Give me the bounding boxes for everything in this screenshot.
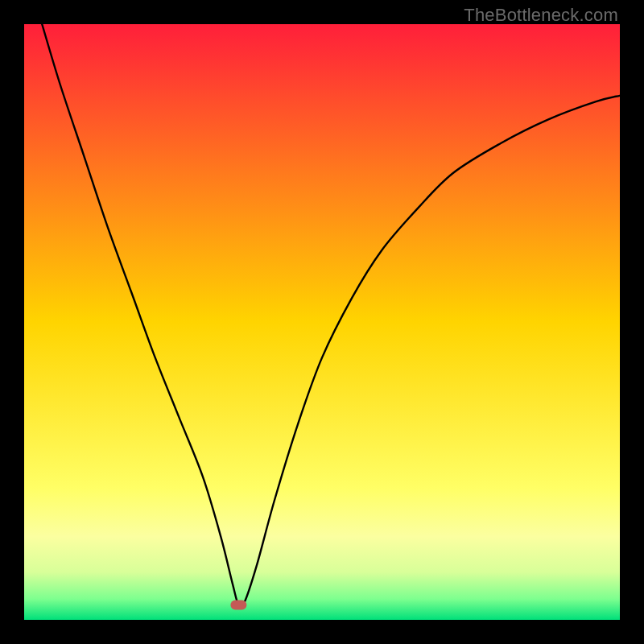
chart-frame	[24, 24, 620, 620]
gradient-background	[24, 24, 620, 620]
chart-svg	[24, 24, 620, 620]
minimum-marker	[230, 601, 246, 610]
watermark-text: TheBottleneck.com	[464, 5, 618, 26]
